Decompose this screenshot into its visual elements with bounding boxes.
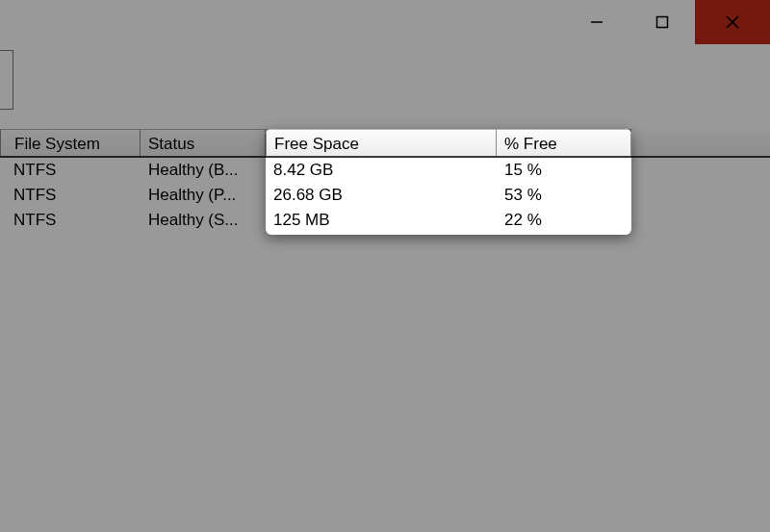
cell-status: Healthy (S... [141, 211, 266, 230]
highlight-rows: 8.42 GB 15 % 26.68 GB 53 % 125 MB 22 % [266, 158, 631, 233]
column-header-status[interactable]: Status [141, 129, 266, 156]
cell-percent-free: 15 % [497, 161, 631, 180]
highlight-region: Free Space % Free 8.42 GB 15 % 26.68 GB … [266, 129, 631, 235]
close-button[interactable] [695, 0, 770, 44]
minimize-button[interactable] [564, 0, 629, 44]
title-bar [0, 0, 770, 44]
toolbar-fragment [0, 50, 13, 110]
column-header-file-system[interactable]: File System [0, 129, 141, 156]
cell-free-space: 8.42 GB [266, 161, 497, 180]
maximize-icon [655, 15, 669, 29]
cell-status: Healthy (P... [141, 186, 266, 205]
cell-file-system: NTFS [6, 211, 141, 230]
cell-free-space: 125 MB [266, 211, 497, 230]
cell-percent-free: 53 % [497, 186, 631, 205]
maximize-button[interactable] [629, 0, 695, 44]
column-header-percent-free[interactable]: % Free [497, 129, 631, 156]
cell-file-system: NTFS [6, 186, 141, 205]
minimize-icon [590, 15, 603, 29]
highlight-headers: Free Space % Free [266, 129, 631, 158]
cell-free-space: 26.68 GB [266, 186, 497, 205]
table-row[interactable]: 8.42 GB 15 % [266, 158, 631, 183]
svg-rect-1 [657, 17, 668, 28]
table-row[interactable]: 125 MB 22 % [266, 208, 631, 233]
close-icon [725, 14, 740, 30]
cell-file-system: NTFS [6, 161, 141, 180]
column-header-free-space[interactable]: Free Space [266, 129, 497, 156]
cell-status: Healthy (B... [141, 161, 266, 180]
app-window: File System Status Free Space % Free NTF… [0, 0, 770, 532]
table-row[interactable]: 26.68 GB 53 % [266, 183, 631, 208]
cell-percent-free: 22 % [497, 211, 631, 230]
